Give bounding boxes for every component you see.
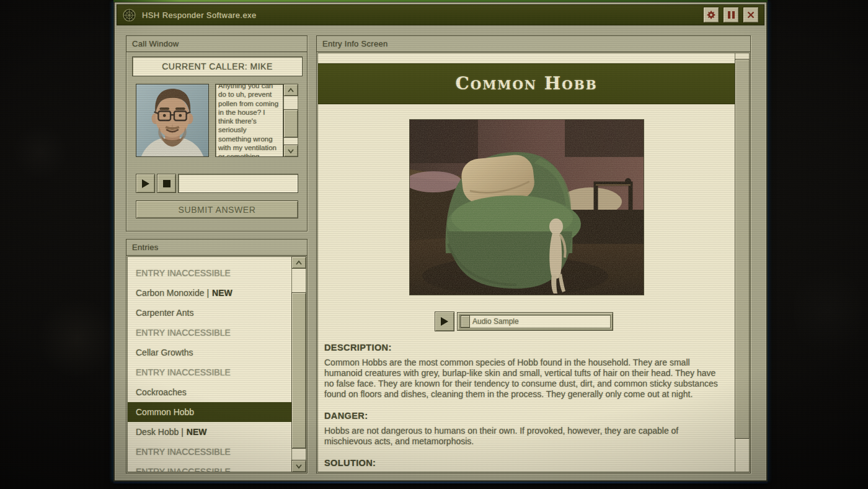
submit-answer-button[interactable]: SUBMIT ANSWER <box>136 200 298 218</box>
entry-item[interactable]: ENTRY INACCESSIBLE <box>128 442 291 462</box>
crt-screen: HSH Responder Software.exe Ca <box>0 0 868 489</box>
transcript-scrollbar[interactable] <box>283 84 298 157</box>
settings-button[interactable] <box>703 7 719 23</box>
section-heading-solution: SOLUTION: <box>324 458 728 468</box>
entry-item[interactable]: Cockroaches <box>128 382 291 402</box>
entries-header: Entries <box>126 240 307 256</box>
window-titlebar: HSH Responder Software.exe <box>117 4 764 25</box>
entry-item-label: Desk Hobb | <box>136 427 184 437</box>
entry-info-scrollbar[interactable] <box>735 53 750 472</box>
description-text: Common Hobbs are the most common species… <box>324 357 726 400</box>
entry-item-label: Carbon Monoxide | <box>136 288 209 298</box>
section-heading-description: DESCRIPTION: <box>324 343 728 352</box>
danger-text: Hobbs are not dangerous to humans on the… <box>324 426 726 447</box>
audio-progress-group: Audio Sample <box>457 312 613 331</box>
chevron-up-icon <box>287 86 294 95</box>
transcript-text: Anything you can do to uh, prevent polle… <box>216 84 283 157</box>
new-badge: NEW <box>212 288 232 298</box>
stop-icon <box>163 180 170 187</box>
close-icon <box>746 11 755 19</box>
scroll-track[interactable] <box>291 269 306 460</box>
entry-item-selected[interactable]: Common Hobb <box>128 402 291 422</box>
dust-glow <box>12 124 68 180</box>
panel-entries: Entries ENTRY INACCESSIBLE Carbon Monoxi… <box>126 239 308 473</box>
panel-call-window: Call Window CURRENT CALLER: MIKE <box>126 35 308 231</box>
play-icon <box>441 317 448 326</box>
entries-scrollbar[interactable] <box>291 256 306 472</box>
stop-call-button[interactable] <box>157 174 176 193</box>
scroll-up-button[interactable] <box>291 256 306 269</box>
entry-item[interactable]: ENTRY INACCESSIBLE <box>128 323 291 343</box>
dust-glow <box>37 298 118 379</box>
entry-item[interactable]: ENTRY INACCESSIBLE <box>128 362 291 382</box>
audio-progress-bar[interactable]: Audio Sample <box>459 315 611 328</box>
entry-item[interactable]: ENTRY INACCESSIBLE <box>128 462 291 472</box>
entry-item-label: Cockroaches <box>136 387 187 397</box>
gear-icon <box>706 10 716 20</box>
entry-item[interactable]: Carpenter Ants <box>128 303 291 323</box>
entry-info-header: Entry Info Screen <box>317 36 750 52</box>
entry-item[interactable]: Cellar Growths <box>128 343 291 362</box>
section-heading-danger: DANGER: <box>324 411 728 421</box>
window-title: HSH Responder Software.exe <box>142 11 699 20</box>
panel-entry-info: Entry Info Screen Common Hobb <box>316 35 751 473</box>
call-transcript: Anything you can do to uh, prevent polle… <box>215 84 283 157</box>
pause-icon <box>728 11 735 19</box>
dust-glow <box>794 261 862 360</box>
entry-item[interactable]: ENTRY INACCESSIBLE <box>128 263 291 283</box>
scroll-down-button[interactable] <box>283 145 298 157</box>
play-call-button[interactable] <box>136 174 155 193</box>
entry-item-label: ENTRY INACCESSIBLE <box>136 367 231 377</box>
entry-item-label: Common Hobb <box>136 407 194 417</box>
chevron-down-icon <box>295 462 303 471</box>
caller-photo <box>136 84 209 157</box>
entry-title-banner: Common Hobb <box>318 63 735 104</box>
entry-item-label: ENTRY INACCESSIBLE <box>136 328 231 338</box>
answer-input[interactable] <box>178 174 298 193</box>
pause-button[interactable] <box>723 7 739 23</box>
entry-item-label: ENTRY INACCESSIBLE <box>136 467 231 472</box>
audio-sample-label: Audio Sample <box>472 317 519 326</box>
scroll-thumb[interactable] <box>283 109 298 138</box>
app-window: HSH Responder Software.exe Ca <box>113 1 768 482</box>
new-badge: NEW <box>187 427 207 437</box>
current-caller-banner: CURRENT CALLER: MIKE <box>132 56 303 76</box>
chevron-down-icon <box>287 146 294 156</box>
scroll-up-button[interactable] <box>283 84 298 96</box>
entry-info-content: Common Hobb <box>317 53 735 472</box>
scroll-down-button[interactable] <box>291 460 306 472</box>
entry-info-scroll-thumb[interactable] <box>735 59 750 439</box>
play-icon <box>142 179 149 188</box>
entry-item-label: Carpenter Ants <box>136 308 193 318</box>
audio-sample-row: Audio Sample <box>435 312 728 331</box>
app-logo-icon <box>122 8 136 22</box>
entry-item[interactable]: Desk Hobb |NEW <box>128 422 291 442</box>
entries-list: ENTRY INACCESSIBLE Carbon Monoxide |NEW … <box>127 256 291 472</box>
scroll-thumb[interactable] <box>291 292 306 449</box>
audio-slider-handle[interactable] <box>461 315 470 328</box>
entry-item-label: Cellar Growths <box>136 348 193 357</box>
close-button[interactable] <box>743 7 759 23</box>
audio-play-button[interactable] <box>435 312 454 331</box>
entry-item[interactable]: Carbon Monoxide |NEW <box>128 283 291 303</box>
scroll-track[interactable] <box>283 96 298 145</box>
entry-item-label: ENTRY INACCESSIBLE <box>136 447 231 457</box>
entry-photo <box>409 119 644 295</box>
entry-item-label: ENTRY INACCESSIBLE <box>136 268 231 278</box>
call-window-header: Call Window <box>126 36 307 52</box>
chevron-up-icon <box>295 258 303 267</box>
